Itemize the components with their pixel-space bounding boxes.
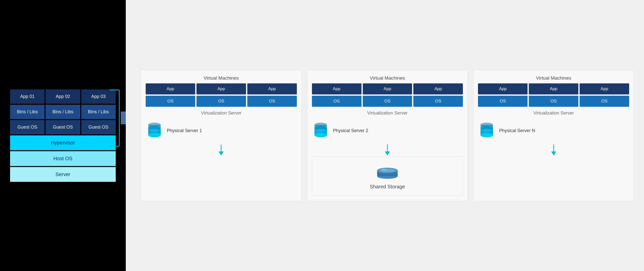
server-column-1: Virtual Machines App App App OS OS OS Vi…	[141, 70, 302, 201]
apps-row-1: App App App	[146, 83, 297, 94]
svg-point-24	[314, 133, 327, 137]
svg-point-25	[316, 129, 325, 132]
servers-grid: Virtual Machines App App App OS OS OS Vi…	[141, 70, 634, 201]
svg-marker-27	[385, 151, 390, 155]
app-cell-1-1: App	[146, 83, 195, 94]
os-cell-2-1: OS	[312, 96, 361, 107]
app-cell-1-3: App	[247, 83, 297, 94]
phys-server-section-3: Physical Server N	[478, 118, 629, 143]
svg-point-32	[381, 169, 387, 171]
app-cell-2-2: App	[363, 83, 412, 94]
server-column-2: Virtual Machines App App App OS OS OS Vi…	[307, 70, 468, 201]
app-cell-3-1: App	[478, 83, 528, 94]
svg-point-42	[482, 129, 492, 132]
app-cell-3-2: App	[529, 83, 578, 94]
app-01-cell: App 01	[10, 89, 45, 104]
app-cell-2-3: App	[413, 83, 463, 94]
hypervisor-bar: Hypervisor	[10, 135, 116, 150]
shared-storage-section: Shared Storage	[312, 156, 463, 196]
svg-point-41	[480, 133, 493, 137]
storage-icon	[375, 163, 400, 180]
svg-point-12	[148, 133, 161, 137]
server-icon-1	[146, 121, 163, 141]
virt-label-3: Virtualization Server	[478, 108, 629, 118]
bins-row: Bins / Libs Bins / Libs Bins / Libs	[10, 105, 116, 119]
server-icon-2	[312, 121, 330, 141]
app-02-cell: App 02	[46, 89, 80, 104]
server-bar: Server	[10, 167, 116, 182]
phys-label-1: Physical Server 1	[167, 128, 202, 133]
phys-label-3: Physical Server N	[499, 128, 535, 133]
app-cell-3-3: App	[580, 83, 629, 94]
host-os-bar: Host OS	[10, 151, 116, 166]
os-cell-3-3: OS	[580, 96, 629, 107]
virt-label-1: Virtualization Server	[146, 108, 297, 118]
os-cell-2-3: OS	[413, 96, 463, 107]
os-row-1: OS OS OS	[146, 96, 297, 107]
guestos-01-cell: Guest OS	[10, 120, 45, 134]
right-panel: Virtual Machines App App App OS OS OS Vi…	[126, 0, 644, 271]
os-cell-1-3: OS	[247, 96, 297, 107]
app-cell-2-1: App	[312, 83, 361, 94]
os-row-2: OS OS OS	[312, 96, 463, 107]
app-cell-1-2: App	[196, 83, 246, 94]
bins-01-cell: Bins / Libs	[10, 105, 45, 119]
guestos-02-cell: Guest OS	[46, 120, 80, 134]
os-cell-3-2: OS	[529, 96, 578, 107]
server-column-3: Virtual Machines App App App OS OS OS Vi…	[473, 70, 634, 201]
bins-02-cell: Bins / Libs	[46, 105, 80, 119]
svg-point-13	[150, 129, 159, 132]
arrow-3	[478, 143, 629, 156]
arrow-down-svg-2	[384, 144, 390, 155]
left-panel: App 01 App 02 App 03 Bins / Libs Bins / …	[0, 0, 126, 271]
guestos-row: Guest OS Guest OS Guest OS	[10, 120, 116, 134]
vm-label-3: Virtual Machines	[478, 75, 629, 81]
phys-server-section-2: Physical Server 2	[312, 118, 463, 143]
arrow-2	[312, 143, 463, 156]
vm-stack: App 01 App 02 App 03 Bins / Libs Bins / …	[10, 89, 116, 182]
apps-row-3: App App App	[478, 83, 629, 94]
virt-label-2: Virtualization Server	[312, 108, 463, 118]
vm-bracket-svg	[107, 89, 120, 147]
svg-marker-15	[219, 151, 224, 155]
arrow-down-svg-1	[218, 144, 224, 155]
os-cell-1-2: OS	[196, 96, 246, 107]
main-diagram: Virtual Machines App App App OS OS OS Vi…	[141, 70, 634, 201]
vm-label-1: Virtual Machines	[146, 75, 297, 81]
shared-storage-label: Shared Storage	[370, 184, 405, 190]
os-cell-2-2: OS	[363, 96, 412, 107]
os-cell-1-1: OS	[146, 96, 195, 107]
svg-marker-44	[551, 151, 556, 155]
os-row-3: OS OS OS	[478, 96, 629, 107]
arrow-1	[146, 143, 297, 156]
app-row: App 01 App 02 App 03	[10, 89, 116, 104]
vm-label-2: Virtual Machines	[312, 75, 463, 81]
server-icon-3	[478, 121, 496, 141]
os-cell-3-1: OS	[478, 96, 528, 107]
phys-server-section-1: Physical Server 1	[146, 118, 297, 143]
arrow-down-svg-3	[551, 144, 557, 155]
apps-row-2: App App App	[312, 83, 463, 94]
phys-label-2: Physical Server 2	[333, 128, 368, 133]
